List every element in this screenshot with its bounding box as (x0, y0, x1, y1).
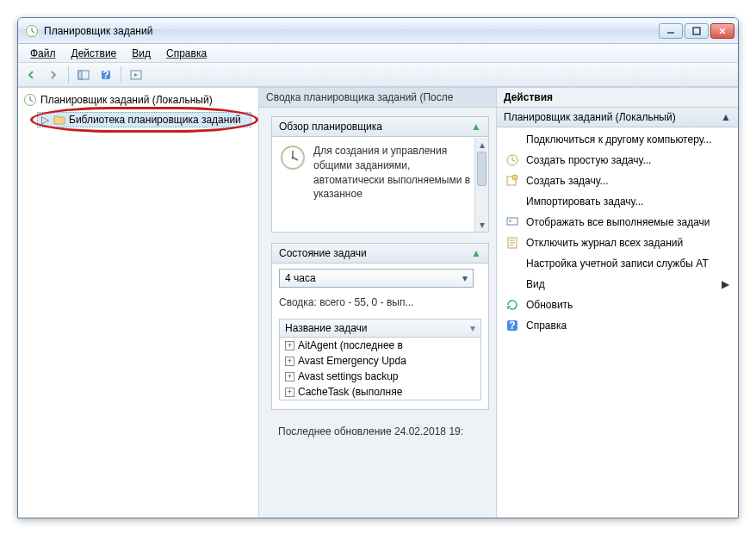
actions-subtitle: Планировщик заданий (Локальный) (504, 111, 676, 123)
chevron-up-icon: ▲ (471, 121, 481, 133)
blank-icon (505, 257, 519, 270)
chevron-down-icon: ▾ (470, 322, 475, 334)
display-icon (505, 215, 519, 229)
scroll-thumb[interactable] (477, 152, 486, 186)
action-item[interactable]: Отключить журнал всех заданий (497, 233, 738, 253)
run-button[interactable] (127, 65, 146, 84)
status-summary: Сводка: всего - 55, 0 - вып... (279, 296, 481, 308)
status-header[interactable]: Состояние задачи ▲ (272, 244, 488, 264)
submenu-arrow-icon: ▶ (722, 278, 729, 290)
overview-scrollbar[interactable]: ▴ ▾ (474, 138, 488, 232)
create-task-icon (505, 174, 519, 188)
svg-rect-1 (693, 28, 700, 34)
action-item[interactable]: Подключиться к другому компьютеру... (497, 129, 738, 150)
combo-value: 4 часа (285, 272, 316, 284)
maximize-button[interactable] (685, 23, 709, 39)
tree-root-label: Планировщик заданий (Локальный) (40, 94, 213, 106)
period-combobox[interactable]: 4 часа ▾ (279, 269, 474, 288)
titlebar[interactable]: Планировщик заданий (18, 18, 738, 44)
actions-context-header[interactable]: Планировщик заданий (Локальный) ▲ (497, 108, 738, 127)
details-header: Сводка планировщика заданий (После (259, 88, 496, 108)
help-icon: ? (505, 319, 519, 332)
clock-icon (23, 93, 37, 107)
action-label: Подключиться к другому компьютеру... (526, 133, 712, 146)
svg-rect-13 (507, 218, 517, 225)
action-item[interactable]: Создать задачу... (497, 171, 738, 191)
task-list[interactable]: +AitAgent (последнее в +Avast Emergency … (279, 338, 481, 400)
toolbar-separator (121, 66, 121, 84)
action-item[interactable]: Создать простую задачу... (497, 150, 738, 171)
svg-text:?: ? (102, 69, 108, 81)
tree-root-item[interactable]: Планировщик заданий (Локальный) (20, 91, 257, 109)
actions-pane: Действия Планировщик заданий (Локальный)… (497, 88, 738, 518)
action-label: Создать простую задачу... (526, 154, 651, 166)
action-label: Создать задачу... (526, 175, 609, 187)
menubar: Файл Действие Вид Справка (18, 44, 738, 63)
collapse-icon[interactable]: ▲ (721, 111, 731, 123)
help-button[interactable]: ? (96, 65, 115, 84)
menu-view[interactable]: Вид (125, 46, 158, 61)
svg-text:?: ? (509, 320, 515, 332)
task-row[interactable]: +CacheTask (выполняе (280, 384, 480, 400)
expander-icon[interactable]: ▷ (41, 114, 50, 126)
blank-icon (505, 133, 519, 146)
overview-title: Обзор планировщика (279, 121, 382, 133)
action-item[interactable]: Отображать все выполняемые задачи (497, 212, 738, 233)
scroll-up-icon[interactable]: ▴ (475, 138, 488, 152)
folder-icon (53, 115, 65, 125)
minimize-button[interactable] (659, 23, 683, 39)
details-pane: Сводка планировщика заданий (После Обзор… (259, 88, 497, 518)
action-item[interactable]: ?Справка (497, 315, 738, 336)
menu-file[interactable]: Файл (23, 46, 63, 61)
task-row[interactable]: +Avast settings backup (280, 369, 480, 384)
expand-icon[interactable]: + (285, 388, 294, 397)
svg-point-9 (292, 157, 294, 159)
chevron-down-icon: ▾ (462, 272, 468, 284)
expand-icon[interactable]: + (285, 357, 294, 366)
svg-rect-3 (78, 71, 82, 79)
action-label: Импортировать задачу... (526, 195, 643, 208)
task-row[interactable]: +Avast Emergency Upda (280, 353, 480, 369)
actions-title: Действия (497, 88, 738, 108)
action-label: Настройка учетной записи службы AT (526, 257, 709, 270)
expand-icon[interactable]: + (285, 341, 294, 351)
expand-icon[interactable]: + (285, 372, 294, 382)
back-button[interactable] (22, 65, 40, 84)
overview-text: Для создания и управления общими задания… (313, 144, 481, 225)
overview-header[interactable]: Обзор планировщика ▲ (272, 117, 488, 137)
status-title: Состояние задачи (279, 247, 367, 259)
blank-icon (505, 195, 519, 208)
action-item[interactable]: Импортировать задачу... (497, 191, 738, 212)
action-item[interactable]: Настройка учетной записи службы AT (497, 253, 738, 274)
action-list: Подключиться к другому компьютеру...Созд… (497, 127, 738, 338)
console-tree[interactable]: Планировщик заданий (Локальный) ▷ Библио… (18, 88, 259, 518)
scroll-down-icon[interactable]: ▾ (475, 218, 488, 232)
history-icon (505, 236, 519, 250)
app-icon (25, 24, 39, 38)
task-row[interactable]: +AitAgent (последнее в (280, 338, 480, 353)
tree-library-label: Библиотека планировщика заданий (69, 114, 241, 126)
clock-icon (279, 144, 307, 171)
task-list-header[interactable]: Название задачи ▾ (279, 319, 481, 338)
action-label: Обновить (526, 299, 573, 311)
refresh-icon (505, 298, 519, 312)
forward-button[interactable] (44, 65, 63, 84)
action-label: Вид (526, 278, 545, 290)
svg-rect-14 (509, 220, 511, 222)
action-item[interactable]: Вид▶ (497, 274, 738, 295)
blank-icon (505, 277, 519, 291)
tree-library-item[interactable]: ▷ Библиотека планировщика заданий (37, 112, 251, 127)
last-update-label: Последнее обновление 24.02.2018 19: (271, 420, 489, 443)
menu-help[interactable]: Справка (159, 46, 214, 61)
status-group: Состояние задачи ▲ 4 часа ▾ Сводка: всег… (271, 243, 489, 410)
action-label: Справка (526, 320, 567, 332)
menu-action[interactable]: Действие (65, 46, 124, 61)
action-item[interactable]: Обновить (497, 295, 738, 315)
close-button[interactable] (710, 23, 734, 39)
task-list-header-label: Название задачи (285, 322, 368, 334)
show-hide-tree-button[interactable] (74, 65, 93, 84)
window-title: Планировщик заданий (44, 25, 659, 37)
chevron-up-icon: ▲ (471, 247, 481, 259)
action-label: Отключить журнал всех заданий (526, 237, 683, 249)
task-scheduler-window: Планировщик заданий Файл Действие Вид Сп… (17, 17, 739, 518)
